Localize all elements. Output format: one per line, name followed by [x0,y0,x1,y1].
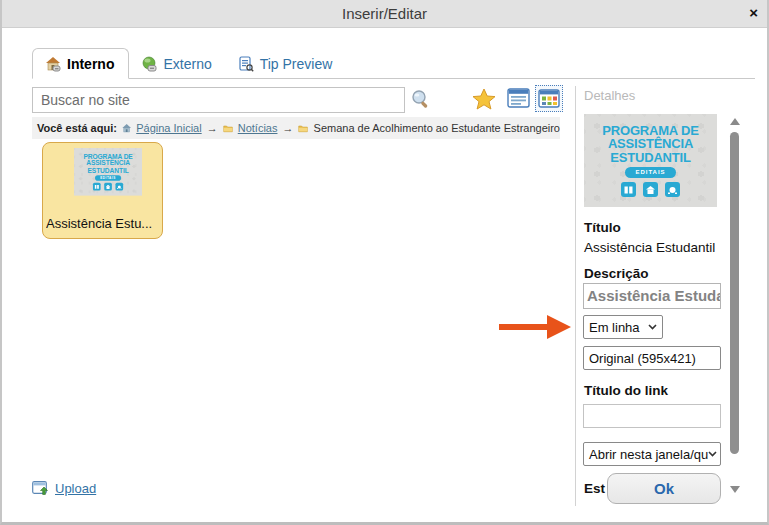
alignment-select[interactable]: Em linha [583,315,663,339]
search-input[interactable] [32,87,405,113]
alignment-select-value: Em linha [589,320,640,335]
breadcrumb-separator: → [207,122,218,134]
upload-label: Upload [55,481,96,496]
scrollbar-thumb[interactable] [730,132,739,454]
chevron-down-icon [708,451,717,457]
details-preview-image: PROGRAMA DE ASSISTÊNCIA ESTUDANTIL EDITA… [584,114,717,207]
breadcrumb-link-noticias[interactable]: Notícias [238,122,278,134]
thumbnail-view-toggle[interactable] [535,85,563,112]
details-header: Detalhes [584,88,635,103]
breadcrumb-current: Semana de Acolhimento ao Estudante Estra… [314,122,560,134]
description-label: Descrição [584,266,649,281]
promo-artwork: PROGRAMA DE ASSISTÊNCIA ESTUDANTIL EDITA… [584,114,717,207]
chevron-down-icon [648,324,657,330]
promo-icons [621,182,680,197]
tab-externo-label: Externo [163,56,211,72]
tab-tip-preview-label: Tip Preview [260,56,333,72]
description-field[interactable]: Assistência Estudantil [583,283,721,309]
tab-bar: Interno Externo Tip Preview [32,46,755,79]
alarm-icon [115,183,123,191]
link-title-label: Título do link [584,383,668,398]
size-select-value: Original (595x421) [589,351,696,366]
result-item-selected[interactable]: PROGRAMA DE ASSISTÊNCIA ESTUDANTIL EDITA… [42,142,163,239]
target-select[interactable]: Abrir nesta janela/qu [583,442,721,466]
promo-badge: EDITAIS [625,167,675,178]
grid-view-icon [538,89,560,108]
annotation-arrow-icon [499,312,573,342]
promo-badge: EDITAIS [95,175,121,181]
target-select-value: Abrir nesta janela/qu [589,447,708,462]
style-label: Est [584,481,605,496]
home-icon [122,122,131,134]
breadcrumb-prefix: Você está aqui: [37,122,117,134]
promo-line: ASSISTÊNCIA [608,137,693,151]
favorites-star-icon[interactable] [472,88,496,110]
folder-icon [298,123,308,134]
ok-button[interactable]: Ok [607,473,721,504]
tab-interno[interactable]: Interno [32,48,129,79]
close-icon[interactable]: × [749,4,758,22]
breadcrumb-link-pagina-inicial[interactable]: Página Inicial [136,122,201,134]
house-icon [643,182,658,197]
promo-icons [93,183,123,191]
breadcrumb: Você está aqui: Página Inicial → Notícia… [32,117,560,139]
alarm-icon [665,182,680,197]
promo-line: ESTUDANTIL [87,167,128,174]
scrollbar-up-arrow[interactable] [730,118,740,125]
tab-externo[interactable]: Externo [129,49,225,78]
book-icon [93,183,101,191]
tab-interno-label: Interno [67,56,114,72]
tab-tip-preview[interactable]: Tip Preview [226,49,347,78]
result-item-label: Assistência Estu... [46,216,152,231]
book-icon [621,182,636,197]
scrollbar-down-arrow[interactable] [730,486,740,493]
link-title-input[interactable] [583,404,721,428]
dialog-titlebar: Inserir/Editar × [2,0,767,28]
insert-edit-dialog: Inserir/Editar × Interno Externo [0,0,769,525]
size-select[interactable]: Original (595x421) [583,346,721,370]
upload-link[interactable]: Upload [32,481,96,496]
promo-line: ESTUDANTIL [610,151,690,165]
pane-divider [575,86,576,506]
house-icon [104,183,112,191]
breadcrumb-separator: → [282,122,293,134]
globe-link-icon [141,56,157,72]
home-link-icon [45,56,61,72]
result-thumbnail: PROGRAMA DE ASSISTÊNCIA ESTUDANTIL EDITA… [74,148,142,196]
search-icon[interactable] [410,89,432,111]
promo-line: PROGRAMA DE [602,124,698,138]
folder-icon [223,123,233,134]
title-value: Assistência Estudantil [584,240,715,255]
document-preview-icon [238,56,254,72]
list-view-icon[interactable] [507,88,530,108]
promo-artwork: PROGRAMA DE ASSISTÊNCIA ESTUDANTIL EDITA… [74,148,142,196]
title-label: Título [584,220,621,235]
upload-icon [32,481,49,496]
dialog-title: Inserir/Editar [2,0,767,27]
